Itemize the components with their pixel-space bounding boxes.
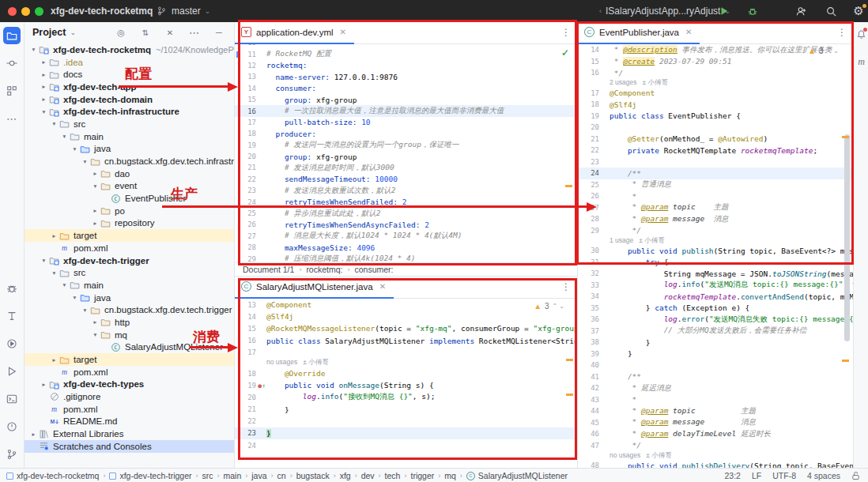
- chevron-down-icon[interactable]: ▾: [50, 120, 58, 127]
- code-line[interactable]: 12rocketmq:: [235, 60, 577, 71]
- override-method-gutter-icon[interactable]: ●↑: [258, 382, 266, 390]
- code-line[interactable]: 46 * @param delayTimeLevel 延迟时长: [578, 428, 853, 440]
- close-icon[interactable]: ✕: [340, 28, 346, 36]
- tree-item--gitignore[interactable]: .gitignore: [25, 390, 234, 403]
- code-line[interactable]: 37 // 大部分MQ发送失败后，会需要任务补偿: [578, 326, 853, 337]
- tree-item-eventpublisher[interactable]: CEventPublisher: [25, 192, 234, 205]
- tree-item-http[interactable]: ▸http: [25, 316, 234, 329]
- git-branch-icon[interactable]: [3, 446, 21, 463]
- chevron-right-icon[interactable]: ▸: [29, 431, 38, 438]
- debug-icon[interactable]: [744, 2, 761, 20]
- code-line[interactable]: 25 * 普通消息: [578, 179, 853, 191]
- chevron-down-icon[interactable]: ▾: [91, 183, 100, 190]
- code-line[interactable]: 35 } catch (Exception e) {: [578, 303, 853, 314]
- code-line[interactable]: 45 * @param message 消息: [578, 417, 853, 429]
- code-line[interactable]: 41 /**: [578, 371, 853, 383]
- chevron-down-icon[interactable]: ▾: [91, 331, 100, 338]
- code-line[interactable]: 21 # 发送消息超时时间，默认3000: [235, 162, 577, 173]
- chevron-right-icon[interactable]: ▸: [91, 207, 100, 214]
- run-icon[interactable]: [3, 363, 21, 380]
- code-line[interactable]: 16 */: [578, 67, 853, 79]
- chevron-down-icon[interactable]: ▾: [60, 133, 69, 140]
- chevron-right-icon[interactable]: ▸: [40, 381, 48, 388]
- code-line[interactable]: 36 log.error("发送MQ消息失败 topic:{} message:…: [578, 314, 853, 326]
- tree-item-main[interactable]: ▾main: [25, 279, 234, 292]
- publisher-code-area[interactable]: 14 * @description 事件发布，消息推送。你可以在这里扩展各类15…: [578, 44, 853, 468]
- tab-salary-adjust-mq-listener[interactable]: C SalaryAdjustMQListener.java ✕: [235, 277, 394, 299]
- chevron-right-icon[interactable]: ▸: [40, 96, 48, 103]
- chevron-down-icon[interactable]: ▾: [40, 257, 48, 264]
- code-line[interactable]: 24: [235, 439, 577, 451]
- code-line[interactable]: 15 * @create 2023-07-29 09:51: [578, 56, 853, 68]
- code-line[interactable]: 13@Component: [235, 299, 577, 311]
- tree-item-readme-md[interactable]: MREADME.md: [25, 416, 234, 428]
- chevron-right-icon[interactable]: ▸: [91, 318, 100, 326]
- warnings-badge[interactable]: ▲ 3 ⌃⌄: [808, 47, 840, 55]
- yaml-code-area[interactable]: 1011# RocketMQ 配置12rocketmq:13 name-serv…: [235, 44, 577, 273]
- code-line[interactable]: 21 @Setter(onMethod_ = @Autowired): [578, 134, 853, 145]
- structure-icon[interactable]: [3, 82, 21, 100]
- code-line[interactable]: 19 # 发送同一类消息的设置为同一个group，保证唯一: [235, 140, 577, 151]
- window-maximize-button[interactable]: [35, 7, 43, 16]
- chevron-right-icon[interactable]: ▸: [50, 356, 58, 363]
- code-line[interactable]: 43 *: [578, 394, 853, 406]
- chevron-down-icon[interactable]: ▾: [29, 46, 38, 53]
- tree-item-xfg-dev-tech-infrastructure[interactable]: ▾xfg-dev-tech-infrastructure: [25, 105, 234, 118]
- tree-item-event[interactable]: ▾event: [25, 180, 234, 193]
- window-close-button[interactable]: [8, 7, 17, 16]
- terminal-icon[interactable]: [3, 390, 21, 408]
- tree-item-target[interactable]: ▸target: [25, 353, 234, 366]
- code-inlay-hint[interactable]: 1 usage ± 小傅哥: [578, 236, 853, 245]
- code-line[interactable]: 22: [235, 416, 577, 427]
- code-line[interactable]: 22 private RocketMQTemplate rocketmqTemp…: [578, 145, 853, 156]
- tree-item-salaryadjustmqlistener[interactable]: CSalaryAdjustMQListener: [25, 341, 234, 354]
- code-line[interactable]: 32 String mqMessage = JSON.toJSONString(…: [578, 268, 853, 280]
- chevron-right-icon[interactable]: ▸: [91, 220, 100, 227]
- line-separator[interactable]: LF: [752, 471, 761, 480]
- tree-item-main[interactable]: ▾main: [25, 130, 234, 143]
- code-line[interactable]: 18 @Override: [235, 367, 577, 379]
- indent-setting[interactable]: 4 spaces: [807, 471, 840, 480]
- code-line[interactable]: 27 # 消息最大长度，默认1024 * 1024 * 4(默认4M): [235, 231, 577, 242]
- updown-icon[interactable]: ⇅: [137, 24, 154, 41]
- tree-item-target[interactable]: ▸target: [25, 229, 234, 242]
- tree-item-scratches-and-consoles[interactable]: Scratches and Consoles: [25, 440, 234, 453]
- search-icon[interactable]: [822, 2, 840, 20]
- tree-item-xfg-dev-tech-rocketmq[interactable]: ▾xfg-dev-tech-rocketmq~/1024/KnowledgePl…: [25, 43, 234, 56]
- breadcrumb-item[interactable]: main: [224, 471, 242, 480]
- tree-item-xfg-dev-tech-app[interactable]: ▸xfg-dev-tech-app: [25, 81, 234, 93]
- prev-next-warning-icons[interactable]: ⌃⌄: [827, 47, 840, 55]
- code-line[interactable]: 15 group: xfg-group: [235, 94, 577, 105]
- yaml-breadcrumb-item[interactable]: Document 1/1: [243, 265, 294, 274]
- tree-item-dao[interactable]: ▸dao: [25, 168, 234, 180]
- more-dots-icon[interactable]: ⋮: [837, 27, 847, 38]
- caret-position[interactable]: 23:2: [725, 471, 741, 480]
- breadcrumb-item[interactable]: xfg-dev-tech-rocketmq: [6, 471, 99, 480]
- code-line[interactable]: 16 # 一次拉取消息最大值，注意是拉取消息的最大值而非消费最大值: [235, 105, 577, 116]
- breadcrumb-item[interactable]: CSalaryAdjustMQListener: [466, 471, 568, 480]
- code-line[interactable]: 40: [578, 360, 853, 371]
- tree-item-docs[interactable]: ▸docs: [25, 68, 234, 81]
- chevron-right-icon[interactable]: ▸: [40, 83, 48, 90]
- tree-item-cn-bugstack-xfg-dev-tech-trigger[interactable]: ▾cn.bugstack.xfg.dev.tech.trigger: [25, 303, 234, 316]
- chevron-right-icon[interactable]: ▸: [40, 58, 48, 66]
- file-encoding[interactable]: UTF-8: [772, 471, 796, 480]
- breadcrumb-item[interactable]: mq: [444, 471, 456, 480]
- code-line[interactable]: 20: [578, 122, 853, 134]
- scrollbar-thumb[interactable]: [844, 134, 850, 341]
- tree-item-xfg-dev-tech-types[interactable]: ▸xfg-dev-tech-types: [25, 378, 234, 391]
- breadcrumb-item[interactable]: bugstack: [296, 471, 330, 480]
- code-inlay-hint[interactable]: no usages ± 小傅哥: [235, 359, 577, 367]
- code-line[interactable]: 19●↑ public void onMessage(String s) {: [235, 379, 577, 391]
- tree-item-java[interactable]: ▾java: [25, 292, 234, 304]
- chevron-down-icon[interactable]: ▾: [60, 281, 69, 288]
- branch-widget[interactable]: master ⌄: [155, 0, 210, 22]
- code-line[interactable]: 30 public void publish(String topic, Bas…: [578, 245, 853, 257]
- breadcrumb-item[interactable]: xfg-dev-tech-trigger: [109, 471, 191, 480]
- yaml-breadcrumb-item[interactable]: rocketmq:: [306, 265, 342, 274]
- code-line[interactable]: 21 }: [235, 404, 577, 416]
- code-line[interactable]: 18 producer:: [235, 128, 577, 139]
- prev-next-warning-icons[interactable]: ⌃⌄: [553, 303, 566, 310]
- code-line[interactable]: 33 log.info("发送MQ消息 topic:{} message:{}"…: [578, 280, 853, 292]
- tree-item-xfg-dev-tech-domain[interactable]: ▸xfg-dev-tech-domain: [25, 93, 234, 106]
